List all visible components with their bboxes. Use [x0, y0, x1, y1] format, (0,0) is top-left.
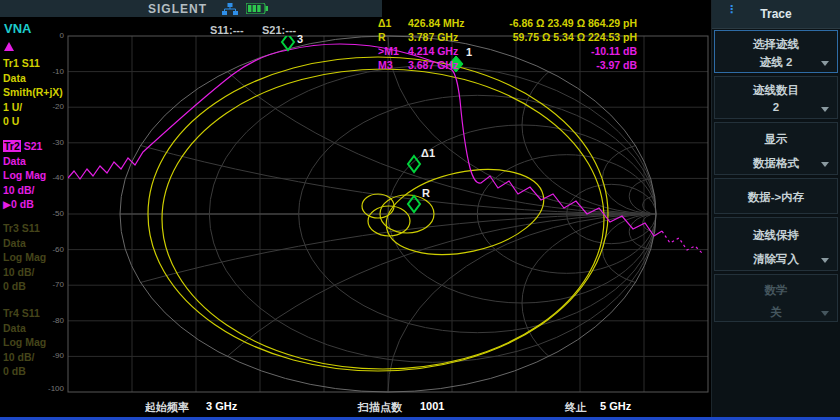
s11-status[interactable]: S11:--- — [210, 24, 244, 36]
marker-d1-label[interactable]: Δ1 — [421, 147, 435, 159]
menu-item-math: 数学 关 — [714, 274, 838, 322]
start-freq-value[interactable]: 3 GHz — [206, 400, 237, 412]
chevron-down-icon — [821, 311, 829, 316]
marker-r-label[interactable]: R — [422, 187, 430, 199]
y-tick-5: -50 — [30, 209, 64, 218]
stop-freq-value[interactable]: 5 GHz — [600, 400, 631, 412]
vna-screen: SIGLENT VNA S11:--- S21:--- Tr1 S11 Data… — [0, 0, 840, 420]
marker-row-m3: M33.687 GHz -3.97 dB — [378, 59, 637, 72]
y-tick-10: -100 — [30, 384, 64, 393]
ref-level-marker — [4, 42, 14, 51]
s21-status[interactable]: S21:--- — [262, 24, 296, 36]
lan-icon[interactable] — [222, 3, 238, 15]
trace2-active-badge: Tr2 — [3, 140, 21, 152]
y-tick-3: -30 — [30, 138, 64, 147]
y-tick-9: -90 — [30, 351, 64, 360]
chevron-down-icon — [821, 61, 829, 66]
battery-icon — [246, 3, 268, 14]
sweep-points-label: 扫描点数 — [358, 400, 402, 415]
menu-item-trace-count[interactable]: 迹线数目 2 — [714, 76, 838, 119]
menu-item-trace-hold[interactable]: 迹线保持 清除写入 — [714, 217, 838, 271]
y-tick-8: -80 — [30, 316, 64, 325]
y-tick-2: -20 — [30, 102, 64, 111]
y-tick-0: 0 — [30, 31, 64, 40]
menu-header: ⋮ Trace — [712, 0, 840, 29]
sweep-points-value[interactable]: 1001 — [420, 400, 444, 412]
chevron-down-icon — [821, 258, 829, 263]
y-tick-4: -40 — [30, 173, 64, 182]
y-tick-7: -70 — [30, 280, 64, 289]
start-freq-label: 起始频率 — [145, 400, 189, 415]
marker3-label[interactable]: 3 — [297, 33, 303, 45]
marker1-label[interactable]: 1 — [466, 46, 472, 58]
menu-item-select-trace[interactable]: 选择迹线 迹线 2 — [714, 30, 838, 73]
marker-row-r: R3.787 GHz 59.75 Ω 5.34 Ω 224.53 pH — [378, 31, 637, 44]
stop-freq-label: 终止 — [565, 400, 587, 415]
menu-item-display[interactable]: 显示 数据格式 — [714, 122, 838, 175]
menu-title: Trace — [712, 7, 840, 21]
menu-item-data-to-memory[interactable]: 数据->内存 — [714, 178, 838, 214]
siglent-logo: SIGLENT — [148, 2, 207, 16]
app-label: VNA — [4, 21, 31, 36]
marker-d1-diamond — [408, 156, 420, 172]
marker-row-d1: Δ1426.84 MHz -6.86 Ω 23.49 Ω 864.29 pH — [378, 17, 637, 30]
trace3-title: Tr3 S11 — [3, 221, 73, 236]
softkey-menu: ⋮ Trace 选择迹线 迹线 2 迹线数目 2 显示 数据格式 数据->内存 … — [711, 0, 840, 420]
chevron-down-icon — [821, 107, 829, 112]
y-tick-6: -60 — [30, 245, 64, 254]
marker-row-m1: >M14.214 GHz -10.11 dB — [378, 45, 637, 58]
chevron-down-icon — [821, 162, 829, 167]
y-tick-1: -10 — [30, 67, 64, 76]
